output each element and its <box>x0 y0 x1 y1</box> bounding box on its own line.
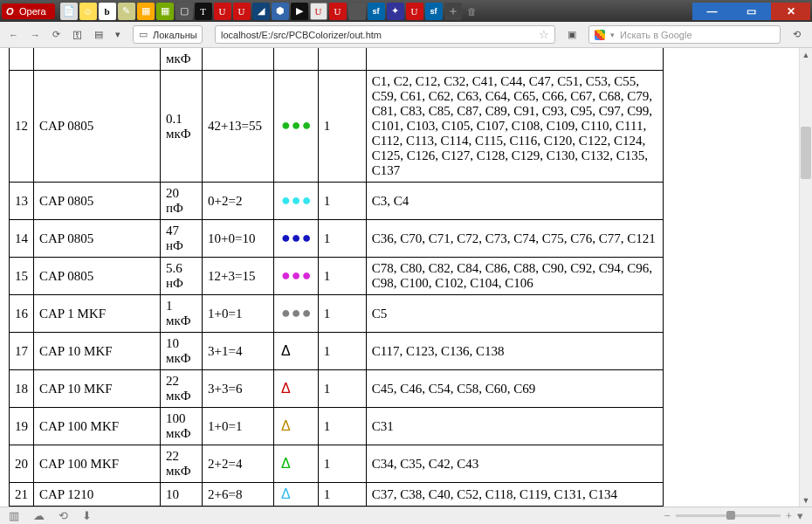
table-row: 19CAP 100 MKF100 мкФ1+0=1Δ1C31 <box>10 408 664 445</box>
tab-item[interactable]: ⬢ <box>272 3 289 20</box>
symbol-cell: ●●● <box>274 258 319 295</box>
component-value: 10 мкФ <box>161 333 203 370</box>
zoom-out-icon[interactable]: − <box>664 509 670 523</box>
tab-item[interactable]: ▦ <box>137 3 155 20</box>
scroll-down-button[interactable]: ▼ <box>800 493 812 507</box>
symbol-cell: Δ <box>274 370 319 408</box>
local-label: Локальный <box>153 30 196 40</box>
trash-button[interactable]: 🗑 <box>464 3 481 20</box>
qty-cell: 1 <box>318 295 366 333</box>
forward-button[interactable]: → <box>31 28 40 42</box>
content-area: мкФ 12CAP 08050.1 мкФ42+13=55●●●1C1, C2,… <box>0 48 799 507</box>
search-bar[interactable]: ▾ Искать в Google <box>588 25 781 44</box>
row-number: 18 <box>10 370 34 408</box>
tab-item[interactable]: sf <box>425 3 443 20</box>
component-value: 22 мкФ <box>161 370 203 408</box>
tab-item[interactable]: sf <box>368 3 385 20</box>
symbol-cell: Δ <box>274 483 319 507</box>
reload-button[interactable]: ⟳ <box>52 28 60 42</box>
component-value: 100 мкФ <box>161 408 203 445</box>
title-bar: Opera 📄 ☺ b ✎ ▦ ▦ ▢ T U U ◢ ⬢ ▶ U U sf ✦… <box>0 0 812 22</box>
dropdown-icon[interactable]: ▾ <box>115 28 120 42</box>
qty-cell: 1 <box>318 258 366 295</box>
table-row: 14CAP 080547 нФ10+0=10●●●1C36, C70, C71,… <box>10 220 664 258</box>
component-table: мкФ 12CAP 08050.1 мкФ42+13=55●●●1C1, C2,… <box>9 48 664 507</box>
qty-cell: 1 <box>318 370 366 408</box>
zoom-control[interactable]: − + ▾ <box>664 509 803 523</box>
sync-icon[interactable]: ⟲ <box>793 28 801 42</box>
minimize-button[interactable]: — <box>692 3 732 20</box>
back-button[interactable]: ← <box>9 28 18 42</box>
table-row: 16CAP 1 MKF1 мкФ1+0=1●●●1C5 <box>10 295 664 333</box>
count-calc: 3+1=4 <box>203 333 274 370</box>
zoom-dropdown-icon[interactable]: ▾ <box>797 509 803 523</box>
tab-item[interactable]: ▶ <box>291 3 308 20</box>
table-row: 18CAP 10 MKF22 мкФ3+3=6Δ1C45, C46, C54, … <box>10 370 664 408</box>
local-badge: ▭ Локальный <box>133 25 203 44</box>
status-bar: ▥ ☁ ⟲ ⬇ − + ▾ <box>0 507 812 524</box>
tab-item[interactable]: ◢ <box>252 3 270 20</box>
row-number: 19 <box>10 408 34 445</box>
tab-item[interactable]: ☺ <box>79 3 97 20</box>
table-row: 17CAP 10 MKF10 мкФ3+1=4Δ1C117, C123, C13… <box>10 333 664 370</box>
symbol-cell: ●●● <box>274 295 319 333</box>
table-row: 20CAP 100 MKF22 мкФ2+2=4Δ1C34, C35, C42,… <box>10 445 664 483</box>
component-value: 10 <box>161 483 203 507</box>
tab-item[interactable]: ▢ <box>175 3 193 20</box>
bookmark-star-icon[interactable]: ☆ <box>539 28 549 41</box>
download-icon[interactable]: ⬇ <box>82 509 92 523</box>
row-number: 16 <box>10 295 34 333</box>
count-calc: 0+2=2 <box>203 183 274 220</box>
qty-cell: 1 <box>318 483 366 507</box>
table-row: 13CAP 080520 пФ0+2=2●●●1C3, C4 <box>10 183 664 220</box>
cloud-icon[interactable]: ☁ <box>33 509 45 523</box>
opera-menu-button[interactable]: Opera <box>2 3 55 19</box>
row-number: 20 <box>10 445 34 483</box>
tab-item[interactable]: U <box>214 3 231 20</box>
tab-item[interactable]: ✎ <box>118 3 135 20</box>
camera-icon[interactable]: ▣ <box>568 28 576 42</box>
scroll-up-button[interactable]: ▲ <box>800 48 812 61</box>
tab-item[interactable]: ✦ <box>387 3 404 20</box>
maximize-button[interactable]: ▭ <box>732 3 771 20</box>
tab-item-active[interactable]: U <box>310 3 327 20</box>
tab-item[interactable]: U <box>233 3 251 20</box>
row-number: 21 <box>10 483 34 507</box>
component-value: 0.1 мкФ <box>161 71 203 183</box>
qty-cell: 1 <box>318 183 366 220</box>
page-icon[interactable]: ▤ <box>94 28 103 42</box>
qty-cell: 1 <box>318 408 366 445</box>
sync-status-icon[interactable]: ⟲ <box>58 509 68 523</box>
component-value: 20 пФ <box>161 183 203 220</box>
address-bar[interactable]: localhost/E:/src/PCBColorizer/out.htm ☆ <box>215 25 555 44</box>
refs-cell: C5 <box>366 295 663 333</box>
tab-item[interactable]: U <box>406 3 423 20</box>
new-tab-button[interactable]: ＋ <box>444 3 462 20</box>
qty-cell: 1 <box>318 71 366 183</box>
component-name: CAP 0805 <box>34 220 161 258</box>
url-text: localhost/E:/src/PCBColorizer/out.htm <box>221 30 382 40</box>
row-number: 15 <box>10 258 34 295</box>
key-icon[interactable]: ⚿ <box>72 28 82 42</box>
close-button[interactable]: ✕ <box>771 3 810 20</box>
count-calc: 1+0=1 <box>203 295 274 333</box>
tab-item[interactable]: U <box>329 3 347 20</box>
zoom-slider[interactable] <box>676 514 781 517</box>
tab-item[interactable]: T <box>195 3 212 20</box>
vertical-scrollbar[interactable]: ▲ ▼ <box>799 48 812 507</box>
component-name: CAP 0805 <box>34 183 161 220</box>
qty-cell: 1 <box>318 333 366 370</box>
row-number: 13 <box>10 183 34 220</box>
tab-item[interactable]: 📄 <box>60 3 78 20</box>
scroll-thumb[interactable] <box>801 127 811 179</box>
table-row: мкФ <box>10 48 664 71</box>
panel-icon[interactable]: ▥ <box>9 509 19 523</box>
component-name: CAP 10 MKF <box>34 370 161 408</box>
tab-item[interactable]: ▦ <box>156 3 174 20</box>
component-name: CAP 0805 <box>34 258 161 295</box>
count-calc: 42+13=55 <box>203 71 274 183</box>
zoom-in-icon[interactable]: + <box>786 509 792 523</box>
tab-item[interactable] <box>348 3 366 20</box>
tab-item[interactable]: b <box>99 3 116 20</box>
component-value: 22 мкФ <box>161 445 203 483</box>
